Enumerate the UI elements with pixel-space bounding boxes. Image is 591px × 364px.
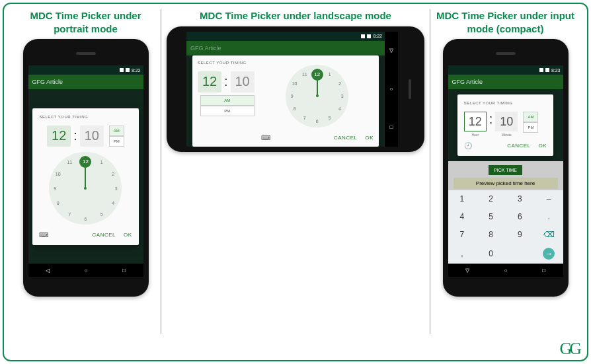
time-picker-input-dialog: SELECT YOUR TIMING 12 Hour : 10 Minute bbox=[457, 94, 553, 156]
ok-button[interactable]: OK bbox=[365, 135, 374, 141]
recent-icon[interactable]: □ bbox=[390, 124, 393, 130]
hour-input[interactable]: 12 bbox=[464, 112, 487, 131]
recent-icon[interactable]: □ bbox=[122, 268, 126, 273]
panel-landscape: MDC Time Picker under landscape mode 8:2… bbox=[161, 9, 430, 334]
status-time: 8:22 bbox=[132, 68, 141, 73]
am-button[interactable]: AM bbox=[200, 95, 255, 106]
back-icon[interactable]: ▽ bbox=[389, 48, 393, 54]
keyboard-icon[interactable]: ⌨ bbox=[39, 231, 48, 238]
status-bar: 8:22 bbox=[186, 32, 385, 41]
key-backspace[interactable]: ⌫ bbox=[535, 226, 563, 243]
status-bar: 8:23 bbox=[448, 65, 563, 75]
key-3[interactable]: 3 bbox=[506, 190, 534, 207]
key-1[interactable]: 1 bbox=[448, 190, 477, 207]
clock-icon[interactable]: 🕘 bbox=[464, 142, 472, 149]
app-bar: GFG Article bbox=[186, 41, 385, 55]
preview-text: Preview picked time here bbox=[453, 178, 558, 189]
time-picker-dialog: SELECT YOUR TIMING 12 : 10 AM PM bbox=[192, 55, 379, 147]
home-icon[interactable]: ○ bbox=[85, 268, 88, 273]
back-icon[interactable]: ◁ bbox=[46, 268, 50, 273]
time-picker-dialog: SELECT YOUR TIMING 12 : 10 AM PM bbox=[32, 108, 138, 245]
home-icon[interactable]: ○ bbox=[504, 268, 508, 273]
key-blank bbox=[506, 244, 534, 264]
key-dot[interactable]: . bbox=[535, 208, 563, 225]
clock-selected[interactable]: 12 bbox=[79, 156, 91, 168]
minute-input[interactable]: 10 bbox=[495, 112, 518, 131]
nav-bar: ▽ ○ □ bbox=[448, 264, 563, 277]
am-button[interactable]: AM bbox=[109, 126, 124, 136]
key-enter[interactable]: → bbox=[543, 248, 555, 260]
home-icon[interactable]: ○ bbox=[390, 86, 393, 92]
minute-display[interactable]: 10 bbox=[80, 126, 104, 147]
key-6[interactable]: 6 bbox=[506, 208, 534, 225]
clock-face[interactable]: 12 6 9 3 1 2 4 5 7 8 bbox=[286, 65, 348, 127]
dialog-title: SELECT YOUR TIMING bbox=[39, 115, 132, 119]
geeksforgeeks-logo: GG bbox=[559, 339, 579, 359]
phone-input: 8:23 GFG Article SELECT YOUR TIMING 12 H… bbox=[443, 39, 569, 297]
cancel-button[interactable]: CANCEL bbox=[507, 143, 530, 149]
cancel-button[interactable]: CANCEL bbox=[334, 135, 357, 141]
app-bar: GFG Article bbox=[448, 75, 563, 89]
pm-button[interactable]: PM bbox=[523, 122, 538, 133]
panel-portrait: MDC Time Picker under portrait mode 8:22… bbox=[11, 9, 161, 334]
title-landscape: MDC Time Picker under landscape mode bbox=[200, 9, 391, 22]
status-bar: 8:22 bbox=[28, 65, 143, 75]
phone-landscape: 8:22 GFG Article SELECT YOUR TIMING 12 :… bbox=[167, 26, 424, 152]
hour-display[interactable]: 12 bbox=[47, 126, 71, 147]
title-portrait: MDC Time Picker under portrait mode bbox=[16, 9, 155, 35]
back-icon[interactable]: ▽ bbox=[465, 268, 469, 273]
dialog-title: SELECT YOUR TIMING bbox=[198, 61, 255, 65]
key-0[interactable]: 0 bbox=[477, 244, 505, 264]
key-dash[interactable]: – bbox=[535, 190, 563, 207]
key-9[interactable]: 9 bbox=[506, 226, 534, 243]
key-2[interactable]: 2 bbox=[477, 190, 505, 207]
status-time: 8:23 bbox=[551, 68, 561, 73]
key-8[interactable]: 8 bbox=[477, 226, 505, 243]
key-comma[interactable]: , bbox=[448, 244, 477, 264]
nav-bar: ◁ ○ □ bbox=[28, 264, 143, 277]
key-5[interactable]: 5 bbox=[477, 208, 505, 225]
pm-button[interactable]: PM bbox=[109, 136, 124, 147]
ok-button[interactable]: OK bbox=[124, 232, 132, 238]
phone-portrait: 8:22 GFG Article SELECT YOUR TIMING 12 :… bbox=[23, 39, 149, 297]
app-bar: GFG Article bbox=[28, 75, 143, 89]
recent-icon[interactable]: □ bbox=[542, 268, 545, 273]
pm-button[interactable]: PM bbox=[200, 106, 255, 116]
hour-display[interactable]: 12 bbox=[198, 71, 221, 92]
dialog-title: SELECT YOUR TIMING bbox=[464, 101, 547, 105]
cancel-button[interactable]: CANCEL bbox=[93, 232, 116, 238]
pick-time-chip[interactable]: PICK TIME bbox=[489, 165, 522, 175]
status-time: 8:22 bbox=[373, 34, 382, 38]
title-input: MDC Time Picker under input mode (compac… bbox=[436, 9, 575, 35]
panel-input: MDC Time Picker under input mode (compac… bbox=[430, 9, 580, 334]
minute-display[interactable]: 10 bbox=[231, 71, 255, 92]
numeric-keypad: 1 2 3 – 4 5 6 . 7 8 9 ⌫ , 0 bbox=[448, 190, 563, 264]
key-4[interactable]: 4 bbox=[448, 208, 477, 225]
keyboard-icon[interactable]: ⌨ bbox=[261, 134, 270, 141]
ok-button[interactable]: OK bbox=[539, 143, 547, 149]
clock-face[interactable]: 12 6 9 3 1 2 4 5 7 8 10 11 bbox=[49, 152, 122, 225]
am-button[interactable]: AM bbox=[523, 112, 538, 122]
nav-bar: ▽ ○ □ bbox=[385, 32, 398, 147]
clock-selected[interactable]: 12 bbox=[311, 69, 323, 81]
key-7[interactable]: 7 bbox=[448, 226, 477, 243]
